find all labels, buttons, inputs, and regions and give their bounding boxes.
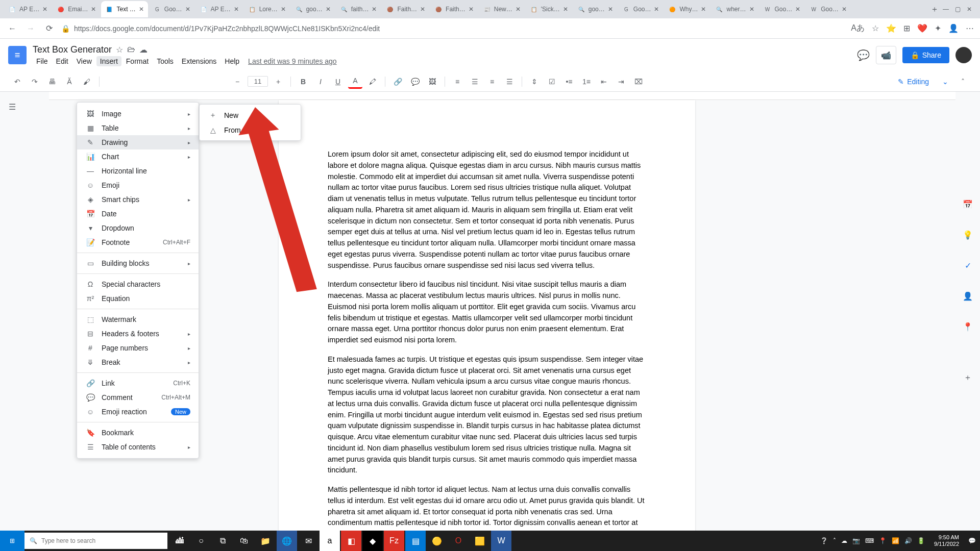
close-tab-icon[interactable]: ✕ xyxy=(563,6,568,13)
bold-button[interactable]: B xyxy=(296,74,310,89)
menubar-item-file[interactable]: File xyxy=(33,56,52,66)
reload-button[interactable]: ⟳ xyxy=(43,23,55,33)
keep-sidebar-icon[interactable]: 💡 xyxy=(958,224,978,245)
window-maximize-icon[interactable]: ▢ xyxy=(955,6,961,13)
extension-icon[interactable]: ❤️ xyxy=(917,23,927,33)
share-button[interactable]: 🔒 Share xyxy=(902,47,949,63)
word-icon[interactable]: W xyxy=(491,531,511,551)
close-tab-icon[interactable]: ✕ xyxy=(795,6,800,13)
app-icon[interactable]: ◧ xyxy=(341,531,361,551)
close-tab-icon[interactable]: ✕ xyxy=(185,6,190,13)
close-tab-icon[interactable]: ✕ xyxy=(420,6,425,13)
close-tab-icon[interactable]: ✕ xyxy=(91,6,96,13)
file-explorer-icon[interactable]: 📁 xyxy=(255,531,276,551)
close-tab-icon[interactable]: ✕ xyxy=(654,6,659,13)
redo-button[interactable]: ↷ xyxy=(28,74,42,89)
close-tab-icon[interactable]: ✕ xyxy=(42,6,47,13)
browser-tab[interactable]: 📘Text …✕ xyxy=(101,1,148,17)
collapse-toolbar-button[interactable]: ˄ xyxy=(955,74,970,89)
highlight-button[interactable]: 🖍 xyxy=(365,74,380,89)
app-icon[interactable]: ▤ xyxy=(405,531,426,551)
mail-icon[interactable]: ✉ xyxy=(298,531,318,551)
insert-link-button[interactable]: 🔗 xyxy=(390,74,405,89)
insert-menu-item-link[interactable]: 🔗LinkCtrl+K xyxy=(77,376,199,390)
paint-format-button[interactable]: 🖌 xyxy=(80,74,94,89)
increase-font-button[interactable]: + xyxy=(271,74,285,89)
store-icon[interactable]: 🛍 xyxy=(234,531,254,551)
close-tab-icon[interactable]: ✕ xyxy=(469,6,474,13)
paragraph[interactable]: Lorem ipsum dolor sit amet, consectetur … xyxy=(328,149,646,271)
move-document-icon[interactable]: 🗁 xyxy=(127,45,135,54)
align-justify-button[interactable]: ☰ xyxy=(502,74,517,89)
font-size-input[interactable]: 11 xyxy=(248,76,268,87)
insert-menu-item-headers-footers[interactable]: ⊟Headers & footers▸ xyxy=(77,327,199,341)
battery-icon[interactable]: 🔋 xyxy=(917,537,925,544)
url-field[interactable]: 🔒 https://docs.google.com/document/d/1Pv… xyxy=(61,24,845,33)
get-addons-icon[interactable]: ＋ xyxy=(958,367,978,388)
clear-formatting-button[interactable]: ⌧ xyxy=(631,74,646,89)
tray-help-icon[interactable]: ❔ xyxy=(820,537,828,544)
browser-tab[interactable]: WGoo…✕ xyxy=(805,1,851,17)
document-page[interactable]: Lorem ipsum dolor sit amet, consectetur … xyxy=(279,100,695,531)
browser-tab[interactable]: 🟠Why…✕ xyxy=(664,1,710,17)
reading-mode-icon[interactable]: Aあ xyxy=(851,23,865,34)
insert-image-button[interactable]: 🖼 xyxy=(425,74,439,89)
drawing-submenu-item-from-drive[interactable]: △From Drive xyxy=(200,123,301,137)
insert-menu-item-image[interactable]: 🖼Image▸ xyxy=(77,107,199,121)
app-icon[interactable]: 🟨 xyxy=(470,531,490,551)
browser-tab[interactable]: 🔍wher…✕ xyxy=(711,1,758,17)
insert-menu-item-table[interactable]: ▦Table▸ xyxy=(77,121,199,135)
keyboard-icon[interactable]: ⌨ xyxy=(865,537,874,544)
insert-menu-item-comment[interactable]: 💬CommentCtrl+Alt+M xyxy=(77,390,199,405)
new-tab-button[interactable]: ＋ xyxy=(927,2,942,16)
menubar-item-format[interactable]: Format xyxy=(122,56,152,66)
meet-button[interactable]: 📹 xyxy=(876,46,896,64)
browser-menu-icon[interactable]: ⋯ xyxy=(966,23,974,33)
close-tab-icon[interactable]: ✕ xyxy=(516,6,521,13)
insert-menu-item-emoji-reaction[interactable]: ☺Emoji reactionNew xyxy=(77,405,199,419)
close-tab-icon[interactable]: ✕ xyxy=(372,6,377,13)
menubar-item-extensions[interactable]: Extensions xyxy=(178,56,220,66)
browser-tab[interactable]: 🔴Emai…✕ xyxy=(53,1,100,17)
browser-tab[interactable]: 🟤Faith…✕ xyxy=(430,1,478,17)
insert-menu-item-special-characters[interactable]: ΩSpecial characters xyxy=(77,277,199,291)
cloud-status-icon[interactable]: ☁ xyxy=(139,45,148,55)
taskbar-search-input[interactable]: 🔍 Type here to search xyxy=(24,533,167,549)
document-title[interactable]: Text Box Generator xyxy=(33,44,112,55)
volume-icon[interactable]: 🔊 xyxy=(904,537,912,544)
insert-menu-item-emoji[interactable]: ☺Emoji xyxy=(77,178,199,192)
insert-menu-item-drawing[interactable]: ✎Drawing▸ xyxy=(77,135,199,149)
outline-toggle-icon[interactable]: ☰ xyxy=(9,102,16,531)
browser-tab[interactable]: 📄AP E…✕ xyxy=(4,1,52,17)
insert-menu-item-date[interactable]: 📅Date xyxy=(77,207,199,221)
align-right-button[interactable]: ≡ xyxy=(485,74,499,89)
insert-menu-item-equation[interactable]: π²Equation xyxy=(77,291,199,306)
collections-icon[interactable]: ⊞ xyxy=(903,23,910,33)
close-tab-icon[interactable]: ✕ xyxy=(326,6,331,13)
browser-tab[interactable]: 🟤Faith…✕ xyxy=(382,1,429,17)
location-icon[interactable]: 📍 xyxy=(879,537,887,544)
browser-tab[interactable]: 📋'Sick…✕ xyxy=(526,1,572,17)
line-spacing-button[interactable]: ⇕ xyxy=(527,74,542,89)
align-center-button[interactable]: ☰ xyxy=(468,74,482,89)
decrease-indent-button[interactable]: ⇤ xyxy=(597,74,611,89)
extension2-icon[interactable]: ✦ xyxy=(935,23,941,33)
close-tab-icon[interactable]: ✕ xyxy=(608,6,613,13)
insert-comment-button[interactable]: 💬 xyxy=(408,74,422,89)
account-avatar[interactable] xyxy=(955,47,972,63)
docs-logo-icon[interactable]: ≡ xyxy=(8,46,27,64)
browser-tab[interactable]: 🔍faith…✕ xyxy=(336,1,381,17)
app-icon[interactable]: ◆ xyxy=(362,531,383,551)
spellcheck-button[interactable]: Ă xyxy=(62,74,77,89)
chrome-icon[interactable]: 🟡 xyxy=(427,531,447,551)
taskbar-clock[interactable]: 9:50 AM 9/11/2022 xyxy=(930,534,963,547)
comment-history-icon[interactable]: 💬 xyxy=(857,49,870,61)
calendar-sidebar-icon[interactable]: 📅 xyxy=(958,194,978,214)
network-icon[interactable]: 📶 xyxy=(892,537,899,544)
decrease-font-button[interactable]: − xyxy=(230,74,244,89)
browser-tab[interactable]: 🔍goo…✕ xyxy=(573,1,617,17)
menubar-item-insert[interactable]: Insert xyxy=(96,56,121,66)
paragraph[interactable]: Interdum consectetur libero id faucibus … xyxy=(328,279,646,346)
cortana-icon[interactable]: ○ xyxy=(191,531,211,551)
insert-menu-item-page-numbers[interactable]: #Page numbers▸ xyxy=(77,341,199,355)
